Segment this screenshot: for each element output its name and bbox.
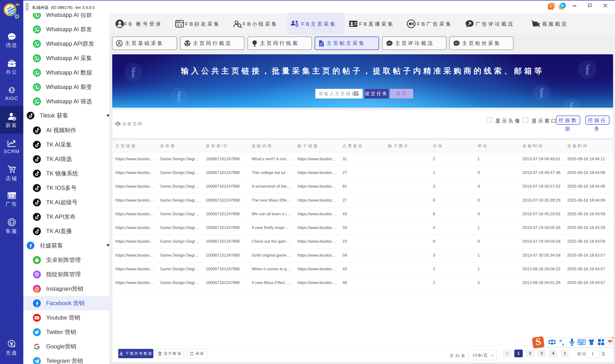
svg-text:AI: AI xyxy=(10,221,14,224)
svg-text:ADS: ADS xyxy=(8,195,15,198)
svg-text:AI: AI xyxy=(9,89,14,92)
